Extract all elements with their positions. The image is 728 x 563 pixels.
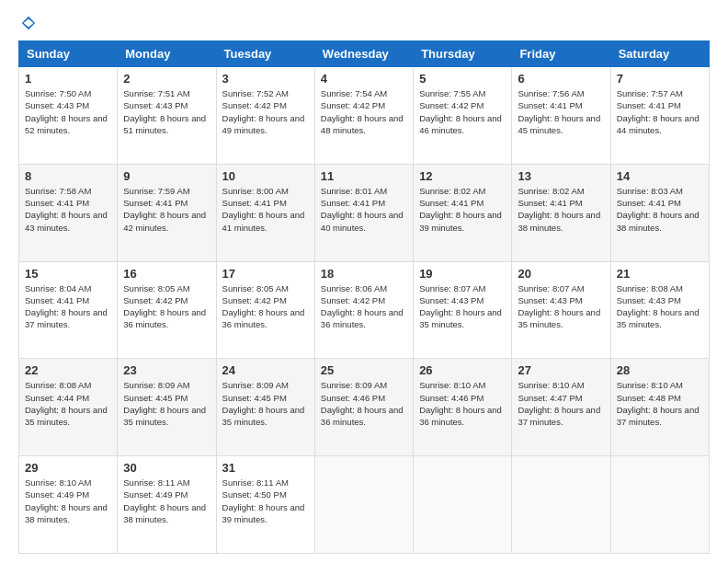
calendar-cell: 13Sunrise: 8:02 AM Sunset: 4:41 PM Dayli… xyxy=(512,164,610,261)
day-info: Sunrise: 8:04 AM Sunset: 4:41 PM Dayligh… xyxy=(25,282,111,331)
calendar-cell: 16Sunrise: 8:05 AM Sunset: 4:42 PM Dayli… xyxy=(118,261,216,359)
logo-icon xyxy=(20,15,37,31)
day-info: Sunrise: 8:09 AM Sunset: 4:46 PM Dayligh… xyxy=(321,379,407,428)
weekday-header: Monday xyxy=(118,41,216,67)
day-info: Sunrise: 8:11 AM Sunset: 4:50 PM Dayligh… xyxy=(222,477,309,525)
calendar-cell: 20Sunrise: 8:07 AM Sunset: 4:43 PM Dayli… xyxy=(512,261,610,359)
day-number: 29 xyxy=(25,461,111,475)
day-info: Sunrise: 7:57 AM Sunset: 4:41 PM Dayligh… xyxy=(617,87,703,136)
day-number: 19 xyxy=(419,267,506,281)
day-number: 13 xyxy=(518,169,604,183)
calendar-cell: 10Sunrise: 8:00 AM Sunset: 4:41 PM Dayli… xyxy=(216,164,314,261)
day-info: Sunrise: 7:58 AM Sunset: 4:41 PM Dayligh… xyxy=(25,185,111,234)
calendar-cell xyxy=(314,456,413,554)
calendar: SundayMondayTuesdayWednesdayThursdayFrid… xyxy=(18,40,710,554)
day-info: Sunrise: 8:08 AM Sunset: 4:44 PM Dayligh… xyxy=(25,379,111,428)
weekday-header: Sunday xyxy=(19,41,118,67)
day-info: Sunrise: 8:07 AM Sunset: 4:43 PM Dayligh… xyxy=(419,282,506,331)
day-number: 11 xyxy=(321,169,407,183)
day-info: Sunrise: 7:54 AM Sunset: 4:42 PM Dayligh… xyxy=(321,87,407,136)
day-number: 16 xyxy=(123,267,210,281)
day-number: 25 xyxy=(321,363,407,377)
calendar-cell: 26Sunrise: 8:10 AM Sunset: 4:46 PM Dayli… xyxy=(414,359,512,456)
day-number: 9 xyxy=(123,169,210,183)
calendar-cell: 17Sunrise: 8:05 AM Sunset: 4:42 PM Dayli… xyxy=(216,261,314,359)
calendar-cell: 30Sunrise: 8:11 AM Sunset: 4:49 PM Dayli… xyxy=(118,456,216,554)
calendar-cell: 29Sunrise: 8:10 AM Sunset: 4:49 PM Dayli… xyxy=(19,456,118,554)
logo xyxy=(18,15,37,31)
day-number: 6 xyxy=(518,72,604,86)
day-number: 21 xyxy=(617,267,703,281)
calendar-cell: 28Sunrise: 8:10 AM Sunset: 4:48 PM Dayli… xyxy=(610,359,709,456)
weekday-header: Tuesday xyxy=(216,41,314,67)
day-number: 7 xyxy=(617,72,703,86)
day-number: 27 xyxy=(518,363,604,377)
day-number: 10 xyxy=(222,169,309,183)
calendar-cell: 11Sunrise: 8:01 AM Sunset: 4:41 PM Dayli… xyxy=(314,164,413,261)
day-info: Sunrise: 7:52 AM Sunset: 4:42 PM Dayligh… xyxy=(222,87,309,136)
day-info: Sunrise: 8:02 AM Sunset: 4:41 PM Dayligh… xyxy=(419,185,506,234)
calendar-cell: 7Sunrise: 7:57 AM Sunset: 4:41 PM Daylig… xyxy=(610,67,709,165)
calendar-cell: 27Sunrise: 8:10 AM Sunset: 4:47 PM Dayli… xyxy=(512,359,610,456)
page: SundayMondayTuesdayWednesdayThursdayFrid… xyxy=(0,0,728,563)
calendar-cell: 15Sunrise: 8:04 AM Sunset: 4:41 PM Dayli… xyxy=(19,261,118,359)
day-info: Sunrise: 8:05 AM Sunset: 4:42 PM Dayligh… xyxy=(222,282,309,331)
day-number: 26 xyxy=(419,363,506,377)
calendar-cell: 19Sunrise: 8:07 AM Sunset: 4:43 PM Dayli… xyxy=(414,261,512,359)
day-info: Sunrise: 8:00 AM Sunset: 4:41 PM Dayligh… xyxy=(222,185,309,234)
day-info: Sunrise: 8:09 AM Sunset: 4:45 PM Dayligh… xyxy=(222,379,309,428)
calendar-cell: 4Sunrise: 7:54 AM Sunset: 4:42 PM Daylig… xyxy=(314,67,413,165)
calendar-cell: 1Sunrise: 7:50 AM Sunset: 4:43 PM Daylig… xyxy=(19,67,118,165)
day-info: Sunrise: 7:55 AM Sunset: 4:42 PM Dayligh… xyxy=(419,87,506,136)
calendar-cell xyxy=(610,456,709,554)
day-number: 22 xyxy=(25,363,111,377)
day-info: Sunrise: 8:11 AM Sunset: 4:49 PM Dayligh… xyxy=(123,477,210,525)
day-info: Sunrise: 8:09 AM Sunset: 4:45 PM Dayligh… xyxy=(123,379,210,428)
calendar-week-row: 1Sunrise: 7:50 AM Sunset: 4:43 PM Daylig… xyxy=(19,67,710,165)
weekday-header: Thursday xyxy=(414,41,512,67)
day-info: Sunrise: 8:10 AM Sunset: 4:46 PM Dayligh… xyxy=(419,379,506,428)
calendar-cell xyxy=(414,456,512,554)
day-info: Sunrise: 8:06 AM Sunset: 4:42 PM Dayligh… xyxy=(321,282,407,331)
day-number: 17 xyxy=(222,267,309,281)
day-number: 14 xyxy=(617,169,703,183)
day-info: Sunrise: 8:10 AM Sunset: 4:48 PM Dayligh… xyxy=(617,379,703,428)
calendar-cell: 18Sunrise: 8:06 AM Sunset: 4:42 PM Dayli… xyxy=(314,261,413,359)
calendar-header-row: SundayMondayTuesdayWednesdayThursdayFrid… xyxy=(19,41,710,67)
day-info: Sunrise: 8:03 AM Sunset: 4:41 PM Dayligh… xyxy=(617,185,703,234)
day-number: 1 xyxy=(25,72,111,86)
day-number: 30 xyxy=(123,461,210,475)
calendar-cell: 9Sunrise: 7:59 AM Sunset: 4:41 PM Daylig… xyxy=(118,164,216,261)
day-info: Sunrise: 8:02 AM Sunset: 4:41 PM Dayligh… xyxy=(518,185,604,234)
day-info: Sunrise: 8:10 AM Sunset: 4:49 PM Dayligh… xyxy=(25,477,111,525)
calendar-week-row: 15Sunrise: 8:04 AM Sunset: 4:41 PM Dayli… xyxy=(19,261,710,359)
day-info: Sunrise: 7:56 AM Sunset: 4:41 PM Dayligh… xyxy=(518,87,604,136)
calendar-cell: 21Sunrise: 8:08 AM Sunset: 4:43 PM Dayli… xyxy=(610,261,709,359)
calendar-cell: 5Sunrise: 7:55 AM Sunset: 4:42 PM Daylig… xyxy=(414,67,512,165)
calendar-week-row: 29Sunrise: 8:10 AM Sunset: 4:49 PM Dayli… xyxy=(19,456,710,554)
weekday-header: Wednesday xyxy=(314,41,413,67)
day-info: Sunrise: 8:10 AM Sunset: 4:47 PM Dayligh… xyxy=(518,379,604,428)
calendar-cell: 24Sunrise: 8:09 AM Sunset: 4:45 PM Dayli… xyxy=(216,359,314,456)
day-number: 5 xyxy=(419,72,506,86)
day-number: 2 xyxy=(123,72,210,86)
day-info: Sunrise: 8:07 AM Sunset: 4:43 PM Dayligh… xyxy=(518,282,604,331)
calendar-cell xyxy=(512,456,610,554)
calendar-cell: 3Sunrise: 7:52 AM Sunset: 4:42 PM Daylig… xyxy=(216,67,314,165)
calendar-cell: 6Sunrise: 7:56 AM Sunset: 4:41 PM Daylig… xyxy=(512,67,610,165)
calendar-cell: 14Sunrise: 8:03 AM Sunset: 4:41 PM Dayli… xyxy=(610,164,709,261)
calendar-cell: 8Sunrise: 7:58 AM Sunset: 4:41 PM Daylig… xyxy=(19,164,118,261)
day-info: Sunrise: 8:01 AM Sunset: 4:41 PM Dayligh… xyxy=(321,185,407,234)
calendar-week-row: 8Sunrise: 7:58 AM Sunset: 4:41 PM Daylig… xyxy=(19,164,710,261)
day-number: 31 xyxy=(222,461,309,475)
day-number: 15 xyxy=(25,267,111,281)
day-info: Sunrise: 8:05 AM Sunset: 4:42 PM Dayligh… xyxy=(123,282,210,331)
calendar-cell: 2Sunrise: 7:51 AM Sunset: 4:43 PM Daylig… xyxy=(118,67,216,165)
header xyxy=(18,15,710,31)
day-number: 3 xyxy=(222,72,309,86)
calendar-cell: 12Sunrise: 8:02 AM Sunset: 4:41 PM Dayli… xyxy=(414,164,512,261)
day-info: Sunrise: 8:08 AM Sunset: 4:43 PM Dayligh… xyxy=(617,282,703,331)
day-number: 20 xyxy=(518,267,604,281)
day-number: 24 xyxy=(222,363,309,377)
day-number: 8 xyxy=(25,169,111,183)
